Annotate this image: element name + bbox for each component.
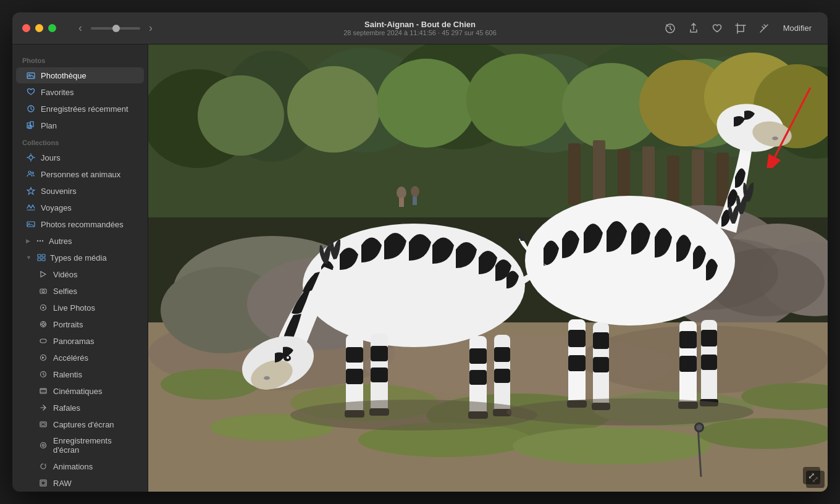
ralentis-label: Ralentis [53,370,82,379]
types-icon [36,253,46,262]
collections-section-label: Collections [12,134,148,149]
svg-point-33 [43,307,44,309]
svg-rect-146 [679,331,697,348]
svg-rect-121 [371,368,388,382]
back-button[interactable]: ‹ [75,20,86,36]
svg-marker-29 [41,272,46,277]
sidebar-item-personnes[interactable]: Personnes et animaux [16,166,144,182]
raw-icon [38,478,48,488]
autres-label: Autres [49,237,72,246]
jours-label: Jours [41,153,61,162]
photo-subtitle: 28 septembre 2024 à 11:41:56 · 45 297 su… [343,29,497,36]
voyages-icon [26,203,36,212]
forward-button[interactable]: › [145,20,156,36]
sidebar-item-panoramas[interactable]: Panoramas [16,333,144,349]
sidebar-item-cinematiques[interactable]: Cinématiques [16,383,144,399]
nav-controls: ‹ › [75,20,156,36]
raw-label: RAW [53,479,72,488]
svg-point-23 [40,240,41,242]
sidebar-item-raw[interactable]: RAW [16,475,144,491]
sidebar-item-souvenirs[interactable]: Souvenirs [16,183,144,199]
favorite-button[interactable] [707,20,728,36]
sidebar-item-plan[interactable]: Plan [16,117,144,133]
sidebar: Photos Photothèque Favorites [12,44,148,492]
svg-line-4 [762,27,764,28]
zoom-slider[interactable] [91,27,140,30]
share-button[interactable] [683,20,704,36]
svg-rect-138 [568,330,586,347]
svg-rect-116 [346,347,363,363]
sidebar-item-jours[interactable]: Jours [16,149,144,166]
sidebar-item-selfies[interactable]: Selfies [16,283,144,299]
sidebar-item-acceleres[interactable]: Accélérés [16,350,144,366]
sidebar-item-recent[interactable]: Enregistrées récemment [16,101,144,117]
sidebar-group-autres[interactable]: ▶ Autres [16,233,144,249]
svg-point-157 [696,424,702,430]
auto-enhance-button[interactable] [660,20,681,36]
svg-rect-25 [38,254,41,257]
svg-point-22 [37,240,38,242]
livephotos-label: Live Photos [53,303,95,313]
phototheque-icon [26,70,36,80]
autres-icon [35,236,45,246]
maximize-button[interactable] [48,24,56,32]
ralentis-icon [38,369,48,379]
sidebar-item-rafales[interactable]: Rafales [16,400,144,416]
svg-rect-50 [40,422,46,427]
svg-point-31 [42,290,44,293]
svg-rect-26 [42,254,45,257]
svg-point-70 [198,75,284,156]
videos-icon [38,269,48,279]
livephotos-icon [38,303,48,313]
svg-rect-128 [494,347,510,362]
app-window: ‹ › Saint-Aignan - Bout de Chien 28 sept… [12,12,828,492]
crop-button[interactable] [730,20,751,36]
minimize-button[interactable] [35,24,43,32]
svg-rect-143 [593,357,609,372]
svg-rect-150 [701,330,717,346]
plan-icon [26,120,36,130]
cinematiques-label: Cinématiques [53,387,103,396]
svg-rect-1 [737,25,744,32]
sidebar-item-voyages[interactable]: Voyages [16,200,144,216]
plan-label: Plan [41,121,57,130]
sidebar-item-enregistrements[interactable]: Enregistrements d'écran [16,433,144,458]
fullscreen-button[interactable]: ⤢ [803,467,820,484]
traffic-lights [22,24,56,32]
autres-chevron: ▶ [26,238,30,244]
close-button[interactable] [22,24,30,32]
svg-point-17 [32,172,34,174]
sidebar-item-ralentis[interactable]: Ralentis [16,366,144,382]
sidebar-item-favorites[interactable]: Favorites [16,84,144,100]
favorites-label: Favorites [41,88,74,97]
photo-title: Saint-Aignan - Bout de Chien [343,20,497,29]
selfies-icon [38,286,48,296]
svg-rect-159 [399,198,404,207]
recent-label: Enregistrées récemment [41,104,128,114]
captures-icon [38,419,48,429]
enregistrements-label: Enregistrements d'écran [53,436,134,455]
sidebar-item-portraits[interactable]: Portraits [16,316,144,332]
sidebar-item-videos[interactable]: Vidéos [16,266,144,282]
personnes-icon [26,169,36,179]
svg-point-160 [411,186,419,197]
recommandees-icon [26,219,36,229]
title-bar: ‹ › Saint-Aignan - Bout de Chien 28 sept… [12,12,828,44]
svg-rect-142 [593,332,609,349]
svg-point-11 [29,156,33,159]
sidebar-item-captures[interactable]: Captures d'écran [16,416,144,432]
sidebar-group-types[interactable]: ▼ Types de média [16,250,144,266]
souvenirs-label: Souvenirs [41,187,77,196]
svg-point-35 [42,323,44,326]
phototheque-label: Photothèque [41,71,86,80]
photos-section-label: Photos [12,52,148,67]
sidebar-item-phototheque[interactable]: Photothèque [16,67,144,83]
modify-button[interactable]: Modifier [777,21,818,35]
svg-point-112 [264,376,270,380]
sidebar-item-livephotos[interactable]: Live Photos [16,300,144,316]
svg-rect-55 [40,480,46,486]
adjust-button[interactable] [754,20,775,36]
svg-rect-84 [692,149,704,211]
sidebar-item-recommandees[interactable]: Photos recommandées [16,216,144,232]
sidebar-item-animations[interactable]: Animations [16,458,144,474]
